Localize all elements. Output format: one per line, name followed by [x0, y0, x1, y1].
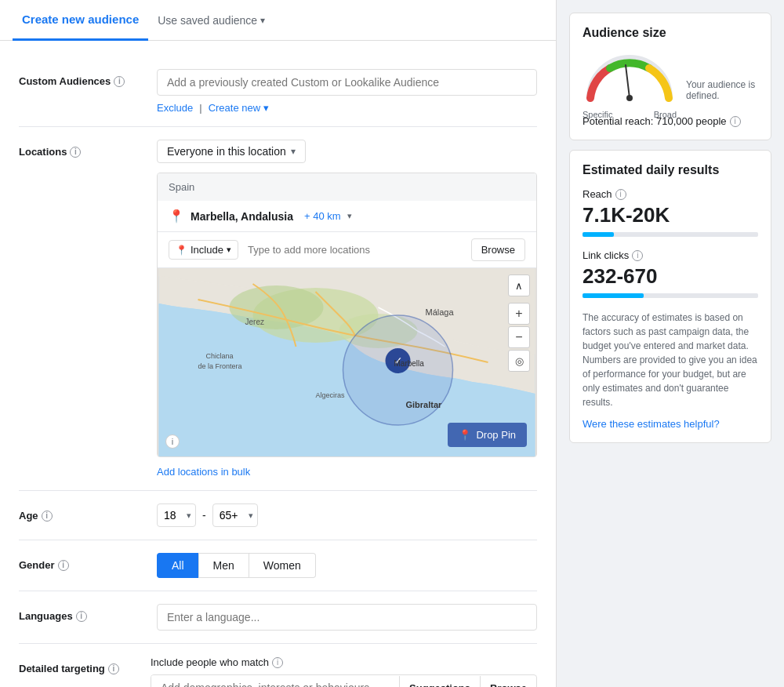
map-zoom-out-button[interactable]: −: [508, 326, 530, 348]
create-new-link[interactable]: Create new ▾: [209, 102, 269, 114]
location-dropdown-arrow-icon: ▾: [291, 146, 296, 157]
custom-audiences-row: Custom Audiences i Exclude | Create new …: [19, 56, 537, 127]
include-dropdown[interactable]: 📍 Include ▾: [169, 240, 238, 260]
detailed-targeting-content: Include people who match i Suggestions B…: [151, 656, 537, 687]
languages-info-icon[interactable]: i: [76, 611, 87, 622]
exclude-link[interactable]: Exclude: [157, 102, 193, 114]
tab-create-new[interactable]: Create new audience: [13, 0, 148, 41]
map-container: ✓ Málaga Jerez Gibraltar Chiclana de la …: [158, 268, 536, 456]
custom-audiences-label: Custom Audiences i: [19, 69, 144, 87]
location-pin-icon: 📍: [169, 209, 184, 224]
radius-arrow-icon: ▾: [347, 211, 352, 221]
location-country: Spain: [158, 173, 536, 201]
gauge-svg: [583, 51, 677, 106]
age-max-wrapper: 65+: [212, 503, 258, 527]
saved-arrow-icon: ▾: [260, 15, 265, 26]
gender-women-button[interactable]: Women: [249, 553, 316, 578]
gender-buttons: All Men Women: [157, 553, 537, 578]
include-arrow-icon: ▾: [227, 245, 231, 255]
svg-text:Algeciras: Algeciras: [316, 391, 346, 399]
svg-text:Gibraltar: Gibraltar: [406, 400, 443, 409]
detailed-targeting-info-icon[interactable]: i: [108, 663, 119, 674]
reach-bar: [583, 232, 614, 237]
dt-suggestions-button[interactable]: Suggestions: [399, 676, 480, 688]
age-label: Age i: [19, 503, 144, 522]
accuracy-text: The accuracy of estimates is based on fa…: [583, 311, 758, 409]
location-browse-button[interactable]: Browse: [471, 238, 525, 261]
link-clicks-metric: Link clicks i 232-670: [583, 249, 758, 298]
detailed-targeting-input[interactable]: [151, 675, 399, 687]
link-clicks-info-icon[interactable]: i: [632, 250, 643, 261]
languages-row: Languages i: [19, 591, 537, 644]
estimated-results-card: Estimated daily results Reach i 7.1K-20K…: [569, 150, 771, 443]
location-radius[interactable]: + 40 km: [304, 210, 341, 222]
gender-men-button[interactable]: Men: [198, 553, 249, 578]
reach-bar-bg: [583, 232, 758, 237]
gender-all-button[interactable]: All: [157, 553, 198, 578]
custom-audiences-input[interactable]: [157, 69, 537, 96]
reach-info-icon[interactable]: i: [615, 189, 626, 200]
right-panel: Audience size: [557, 0, 784, 687]
age-max-select[interactable]: 65+: [212, 503, 258, 527]
drop-pin-button[interactable]: 📍 Drop Pin: [448, 423, 527, 447]
location-search-input[interactable]: [245, 241, 465, 259]
audience-size-title: Audience size: [583, 26, 758, 40]
gender-info-icon[interactable]: i: [58, 560, 69, 571]
svg-text:Jerez: Jerez: [245, 318, 264, 326]
link-clicks-bar: [583, 293, 644, 298]
add-locations-bulk: Add locations in bulk: [157, 465, 537, 478]
locations-info-icon[interactable]: i: [70, 147, 81, 158]
include-bar: 📍 Include ▾ Browse: [158, 232, 536, 268]
map-zoom-in-button[interactable]: +: [508, 303, 530, 325]
gauge-wrap: Specific Broad: [583, 51, 677, 106]
reach-metric: Reach i 7.1K-20K: [583, 188, 758, 237]
link-clicks-value: 232-670: [583, 264, 758, 289]
audience-size-card: Audience size: [569, 13, 771, 140]
dt-sub-info-icon[interactable]: i: [272, 657, 283, 668]
map-info-icon[interactable]: i: [165, 434, 180, 449]
svg-point-15: [626, 95, 633, 101]
helpful-link[interactable]: Were these estimates helpful?: [583, 418, 720, 430]
gauge-container: Specific Broad Your audience is defined.: [583, 51, 758, 106]
location-box: Spain 📍 Marbella, Andalusia + 40 km ▾ 📍 …: [157, 173, 537, 457]
estimated-results-title: Estimated daily results: [583, 163, 758, 177]
custom-audiences-content: Exclude | Create new ▾: [157, 69, 537, 114]
svg-line-14: [626, 65, 630, 98]
svg-point-2: [230, 285, 324, 329]
svg-text:Málaga: Málaga: [426, 307, 455, 317]
svg-text:Marbella: Marbella: [394, 359, 425, 368]
dt-sub-label: Include people who match i: [151, 656, 537, 668]
location-item: 📍 Marbella, Andalusia + 40 km ▾: [158, 201, 536, 232]
audience-defined-text: Your audience is defined.: [686, 79, 758, 106]
languages-input[interactable]: [157, 604, 537, 631]
gender-row: Gender i All Men Women: [19, 540, 537, 591]
locations-content: Everyone in this location ▾ Spain 📍 Marb…: [157, 140, 537, 478]
age-content: 18 - 65+: [157, 503, 537, 527]
svg-text:de la Frontera: de la Frontera: [198, 362, 242, 370]
dt-browse-button[interactable]: Browse: [480, 676, 536, 688]
location-type-dropdown[interactable]: Everyone in this location ▾: [157, 140, 306, 163]
age-min-wrapper: 18: [157, 503, 196, 527]
dt-input-row: Suggestions Browse: [151, 674, 537, 687]
age-info-icon[interactable]: i: [42, 511, 53, 522]
gauge-labels: Specific Broad: [583, 110, 677, 119]
tabs-bar: Create new audience Use saved audience ▾: [0, 0, 556, 41]
map-pin-small-icon: 📍: [176, 245, 187, 256]
languages-label: Languages i: [19, 604, 144, 622]
detailed-targeting-row: Detailed targeting i Include people who …: [19, 644, 537, 687]
reach-value: 7.1K-20K: [583, 203, 758, 227]
tab-use-saved[interactable]: Use saved audience ▾: [148, 2, 274, 39]
link-clicks-bar-bg: [583, 293, 758, 298]
custom-audiences-info-icon[interactable]: i: [114, 76, 125, 87]
age-min-select[interactable]: 18: [157, 503, 196, 527]
age-row: Age i 18 - 65+: [19, 491, 537, 540]
map-collapse-button[interactable]: ∧: [508, 274, 530, 296]
detailed-targeting-label: Detailed targeting i: [19, 656, 144, 674]
svg-text:Chiclana: Chiclana: [206, 352, 234, 360]
create-new-arrow-icon: ▾: [263, 102, 269, 114]
link-clicks-label: Link clicks i: [583, 249, 758, 261]
gender-label: Gender i: [19, 553, 144, 571]
locations-row: Locations i Everyone in this location ▾ …: [19, 127, 537, 491]
map-locate-button[interactable]: ◎: [508, 350, 530, 372]
potential-reach-info-icon[interactable]: i: [730, 116, 741, 127]
